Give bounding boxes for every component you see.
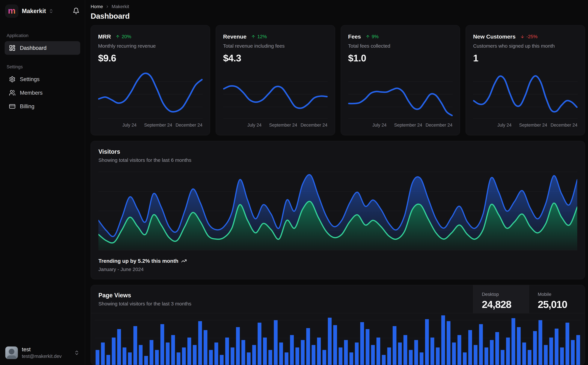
stat-title: New Customers — [473, 33, 516, 40]
sidebar-header: m Makerkit — [5, 4, 80, 18]
nav-section-label: Settings — [7, 64, 80, 70]
stat-value: $4.3 — [223, 53, 328, 63]
stat-sparkline-chart — [98, 69, 203, 120]
x-tick: September 24 — [394, 123, 422, 128]
x-tick: December 24 — [176, 123, 202, 128]
stat-card-fees: Fees 9% Total fees collected $1.0 July 2… — [341, 25, 460, 135]
stat-card-new_customers: New Customers -25% Customers who signed … — [466, 25, 585, 135]
sidebar-item-billing[interactable]: Billing — [5, 100, 80, 113]
user-name: test — [22, 346, 62, 352]
stat-card-mrr: MRR 20% Monthly recurring revenue $9.6 J… — [91, 25, 210, 135]
x-tick: December 24 — [551, 123, 577, 128]
stat-trend-value: 20% — [122, 34, 131, 39]
stat-subtitle: Monthly recurring revenue — [98, 43, 203, 49]
x-tick: September 24 — [519, 123, 547, 128]
x-tick: July 24 — [497, 123, 512, 128]
stat-value: $1.0 — [348, 53, 453, 63]
page-views-subtitle: Showing total visitors for the last 3 mo… — [98, 301, 465, 307]
workspace-logo-letter: m — [8, 6, 15, 15]
trending-up-icon — [181, 258, 187, 264]
breadcrumb-home[interactable]: Home — [91, 4, 103, 9]
chevron-right-icon — [105, 5, 109, 9]
notifications-button[interactable] — [73, 7, 80, 15]
nav-section: Settings Settings Members Billing — [5, 64, 80, 113]
sidebar-item-label: Members — [20, 90, 43, 96]
stat-x-axis: July 24September 24December 24 — [98, 122, 203, 129]
user-avatar — [5, 346, 18, 359]
sidebar-item-dashboard[interactable]: Dashboard — [5, 41, 80, 55]
page-title: Dashboard — [91, 12, 585, 21]
stat-subtitle: Customers who signed up this month — [473, 43, 578, 49]
breadcrumb: Home Makerkit — [91, 4, 585, 9]
visitors-title: Visitors — [98, 148, 577, 155]
sidebar-nav: Application Dashboard Settings Settings … — [5, 33, 80, 113]
stat-card-revenue: Revenue 12% Total revenue including fees… — [216, 25, 335, 135]
stat-subtitle: Total revenue including fees — [223, 43, 328, 49]
x-tick: September 24 — [269, 123, 297, 128]
stat-trend-badge: -25% — [520, 34, 538, 39]
sidebar: m Makerkit Application Dashboard Setting… — [0, 0, 85, 365]
sidebar-item-label: Billing — [20, 103, 35, 110]
bell-icon — [73, 7, 80, 14]
x-tick: December 24 — [426, 123, 452, 128]
user-email: test@makerkit.dev — [22, 354, 62, 359]
stat-value: $9.6 — [98, 53, 203, 63]
main-content: Home Makerkit Dashboard MRR 20% Monthly … — [85, 0, 588, 365]
stat-trend-badge: 9% — [366, 34, 379, 39]
stat-sparkline-chart — [473, 69, 578, 120]
gear-icon — [9, 76, 15, 83]
user-menu[interactable]: test test@makerkit.dev — [5, 345, 80, 360]
x-tick: July 24 — [372, 123, 387, 128]
dashboard-icon — [9, 45, 15, 51]
nav-section-label: Application — [7, 33, 80, 38]
visitors-card: Visitors Showing total visitors for the … — [91, 141, 585, 279]
x-tick: December 24 — [301, 123, 327, 128]
visitors-footer: Trending up by 5.2% this month January -… — [98, 258, 577, 272]
sidebar-item-label: Dashboard — [20, 45, 47, 51]
stat-trend-badge: 12% — [251, 34, 267, 39]
stat-title: Revenue — [223, 33, 247, 40]
stat-sparkline-chart — [348, 69, 453, 120]
users-icon — [9, 90, 15, 96]
stat-x-axis: July 24September 24December 24 — [348, 122, 453, 129]
arrow-down-icon — [520, 35, 525, 39]
breadcrumb-current: Makerkit — [112, 4, 129, 9]
workspace-name: Makerkit — [22, 8, 46, 14]
workspace-switcher[interactable]: Makerkit — [22, 8, 54, 14]
visitors-trend-text: Trending up by 5.2% this month — [98, 258, 179, 264]
arrow-up-icon — [251, 35, 256, 39]
sidebar-item-members[interactable]: Members — [5, 86, 80, 100]
page-views-bar-chart — [95, 315, 581, 365]
page-views-toggle-mobile[interactable]: Mobile 25,010 — [529, 285, 585, 313]
page-views-toggle-desktop[interactable]: Desktop 24,828 — [473, 285, 529, 313]
stat-trend-value: 9% — [372, 34, 379, 39]
stat-trend-value: -25% — [526, 34, 538, 39]
stats-grid: MRR 20% Monthly recurring revenue $9.6 J… — [91, 25, 585, 135]
visitors-area-chart — [98, 170, 577, 251]
x-tick: September 24 — [144, 123, 172, 128]
page-views-toggle-label: Mobile — [538, 292, 551, 297]
sidebar-spacer — [5, 113, 80, 345]
page-views-toggle-group: Desktop 24,828 Mobile 25,010 — [473, 285, 585, 313]
visitors-range-text: January - June 2024 — [98, 267, 577, 272]
workspace-logo[interactable]: m — [5, 5, 18, 18]
page-views-toggle-label: Desktop — [482, 292, 499, 297]
nav-section: Application Dashboard — [5, 33, 80, 55]
page-views-toggle-value: 25,010 — [538, 299, 567, 310]
sidebar-item-settings[interactable]: Settings — [5, 72, 80, 86]
stat-x-axis: July 24September 24December 24 — [473, 122, 578, 129]
stat-value: 1 — [473, 53, 578, 63]
page-views-header: Page Views Showing total visitors for th… — [91, 285, 585, 313]
stat-title: Fees — [348, 33, 361, 40]
x-tick: July 24 — [122, 123, 137, 128]
page-views-title: Page Views — [98, 292, 465, 299]
chevrons-up-down-icon — [74, 350, 80, 356]
visitors-subtitle: Showing total visitors for the last 6 mo… — [98, 157, 577, 163]
sidebar-item-label: Settings — [20, 76, 40, 82]
arrow-up-icon — [366, 35, 370, 39]
page-views-card: Page Views Showing total visitors for th… — [91, 285, 585, 365]
page-views-toggle-value: 24,828 — [482, 299, 511, 310]
stat-trend-badge: 20% — [115, 34, 131, 39]
stat-subtitle: Total fees collected — [348, 43, 453, 49]
x-tick: July 24 — [247, 123, 262, 128]
